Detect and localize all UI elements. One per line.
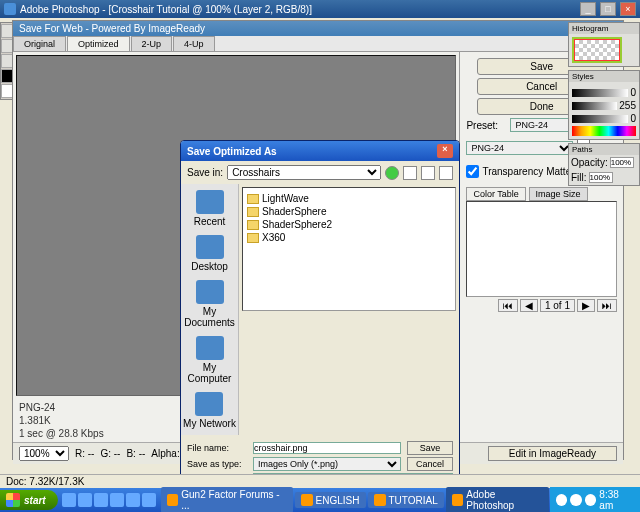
tray-icon[interactable]	[570, 494, 582, 506]
back-icon[interactable]	[385, 166, 399, 180]
place-recent[interactable]: Recent	[194, 190, 226, 227]
doc-size: Doc: 7.32K/17.3K	[6, 476, 84, 487]
folder-icon	[247, 194, 259, 204]
photoshop-icon	[4, 3, 16, 15]
filename-label: File name:	[187, 443, 247, 453]
panels: Histogram Styles 0 255 0 Paths Opacity: …	[568, 22, 640, 189]
pager-last[interactable]: ⏭	[597, 299, 617, 312]
level-slider[interactable]	[572, 89, 628, 97]
ql-icon[interactable]	[110, 493, 124, 507]
ql-icon[interactable]	[126, 493, 140, 507]
level-slider[interactable]	[572, 102, 617, 110]
task-button[interactable]: Gun2 Factor Forums - ...	[161, 487, 293, 512]
list-item[interactable]: X360	[247, 231, 451, 244]
tab-original[interactable]: Original	[13, 36, 66, 51]
histogram-panel: Histogram	[568, 22, 640, 67]
saveas-label: Save as type:	[187, 459, 247, 469]
windows-icon	[6, 493, 20, 507]
dialog-titlebar: Save Optimized As ×	[181, 141, 459, 161]
list-item[interactable]: LightWave	[247, 192, 451, 205]
tray-icon[interactable]	[585, 494, 597, 506]
app-icon	[167, 494, 179, 506]
status-bar: Doc: 7.32K/17.3K	[0, 474, 640, 488]
app-title: Adobe Photoshop - [Crosshair Tutorial @ …	[20, 4, 576, 15]
view-menu-icon[interactable]	[439, 166, 453, 180]
pager-next[interactable]: ▶	[577, 299, 595, 312]
recent-icon	[196, 190, 224, 214]
save-in-label: Save in:	[187, 167, 223, 178]
task-button[interactable]: TUTORIAL	[368, 492, 444, 508]
place-my-computer[interactable]: My Computer	[181, 336, 238, 384]
sfw-tabs: Original Optimized 2-Up 4-Up	[13, 36, 623, 52]
histogram-preview	[572, 37, 622, 63]
dialog-cancel-button[interactable]: Cancel	[407, 457, 453, 471]
quick-launch	[58, 493, 160, 507]
filename-field[interactable]	[253, 442, 401, 454]
list-item[interactable]: ShaderSphere	[247, 205, 451, 218]
format-select[interactable]: PNG-24	[466, 141, 573, 155]
app-icon	[374, 494, 386, 506]
save-optimized-as-dialog: Save Optimized As × Save in: Crosshairs …	[180, 140, 460, 510]
ql-icon[interactable]	[94, 493, 108, 507]
tab-color-table[interactable]: Color Table	[466, 187, 525, 201]
clock: 8:38 am	[599, 489, 634, 511]
folder-icon	[247, 233, 259, 243]
hue-strip[interactable]	[572, 126, 636, 136]
computer-icon	[196, 336, 224, 360]
ql-icon[interactable]	[142, 493, 156, 507]
paths-panel: Paths Opacity: Fill:	[568, 143, 640, 186]
color-table-box	[466, 201, 617, 297]
level-slider[interactable]	[572, 115, 628, 123]
system-tray[interactable]: 8:38 am	[550, 487, 640, 512]
tab-optimized[interactable]: Optimized	[67, 36, 130, 51]
task-button[interactable]: ENGLISH	[295, 492, 366, 508]
list-item[interactable]: ShaderSphere2	[247, 218, 451, 231]
styles-panel: Styles 0 255 0	[568, 70, 640, 140]
tab-4up[interactable]: 4-Up	[173, 36, 215, 51]
file-list[interactable]: LightWave ShaderSphere ShaderSphere2 X36…	[242, 187, 456, 311]
places-bar: Recent Desktop My Documents My Computer …	[181, 184, 239, 435]
pager-first[interactable]: ⏮	[498, 299, 518, 312]
up-icon[interactable]	[403, 166, 417, 180]
task-button[interactable]: Adobe Photoshop	[446, 487, 549, 512]
place-my-network[interactable]: My Network	[183, 392, 236, 429]
start-button[interactable]: start	[0, 490, 58, 510]
fill-field[interactable]	[589, 172, 613, 183]
folder-icon	[247, 207, 259, 217]
preset-label: Preset:	[466, 120, 506, 131]
transparency-check[interactable]	[466, 165, 479, 178]
palette-pager: ⏮◀ 1 of 1 ▶⏭	[466, 299, 617, 312]
saveas-select[interactable]: Images Only (*.png)	[253, 457, 401, 471]
zoom-select[interactable]: 100%	[19, 446, 69, 461]
app-icon	[452, 494, 464, 506]
maximize-button[interactable]: □	[600, 2, 616, 16]
ql-icon[interactable]	[78, 493, 92, 507]
sfw-title: Save For Web - Powered By ImageReady	[13, 21, 623, 36]
tray-icon[interactable]	[556, 494, 568, 506]
app-icon	[301, 494, 313, 506]
app-titlebar: Adobe Photoshop - [Crosshair Tutorial @ …	[0, 0, 640, 18]
desktop-icon	[196, 235, 224, 259]
ql-icon[interactable]	[62, 493, 76, 507]
place-my-documents[interactable]: My Documents	[181, 280, 238, 328]
edit-in-imageready-button[interactable]: Edit in ImageReady	[488, 446, 617, 461]
minimize-button[interactable]: _	[580, 2, 596, 16]
close-button[interactable]: ×	[620, 2, 636, 16]
opacity-field[interactable]	[610, 157, 634, 168]
tab-image-size[interactable]: Image Size	[529, 187, 588, 201]
tab-2up[interactable]: 2-Up	[131, 36, 173, 51]
place-desktop[interactable]: Desktop	[191, 235, 228, 272]
network-icon	[195, 392, 223, 416]
dialog-close-button[interactable]: ×	[437, 144, 453, 158]
dialog-save-button[interactable]: Save	[407, 441, 453, 455]
pager-prev[interactable]: ◀	[520, 299, 538, 312]
folder-icon	[247, 220, 259, 230]
taskbar: start Gun2 Factor Forums - ... ENGLISH T…	[0, 488, 640, 512]
documents-icon	[196, 280, 224, 304]
new-folder-icon[interactable]	[421, 166, 435, 180]
save-in-select[interactable]: Crosshairs	[227, 165, 381, 180]
